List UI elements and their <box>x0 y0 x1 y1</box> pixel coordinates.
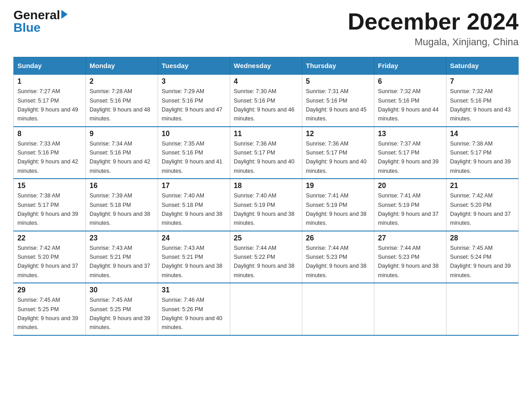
table-row: 13 Sunrise: 7:37 AMSunset: 5:17 PMDaylig… <box>374 127 446 179</box>
day-info: Sunrise: 7:32 AMSunset: 5:16 PMDaylight:… <box>450 88 511 122</box>
page-title: December 2024 <box>348 9 519 34</box>
day-info: Sunrise: 7:37 AMSunset: 5:17 PMDaylight:… <box>378 141 439 174</box>
page-subtitle: Mugala, Xinjiang, China <box>348 36 519 48</box>
day-number: 29 <box>17 286 82 294</box>
day-number: 19 <box>306 182 370 190</box>
table-row <box>302 283 374 335</box>
day-number: 23 <box>90 234 154 242</box>
day-number: 8 <box>17 130 82 138</box>
table-row <box>446 283 519 335</box>
day-info: Sunrise: 7:33 AMSunset: 5:16 PMDaylight:… <box>17 141 78 174</box>
day-number: 30 <box>90 286 154 294</box>
day-info: Sunrise: 7:45 AMSunset: 5:24 PMDaylight:… <box>450 245 511 278</box>
calendar-table: SundayMondayTuesdayWednesdayThursdayFrid… <box>13 57 519 336</box>
logo-arrow-icon <box>61 10 68 19</box>
day-info: Sunrise: 7:43 AMSunset: 5:21 PMDaylight:… <box>90 245 150 278</box>
table-row <box>230 283 302 335</box>
day-info: Sunrise: 7:36 AMSunset: 5:17 PMDaylight:… <box>306 141 367 174</box>
day-info: Sunrise: 7:40 AMSunset: 5:19 PMDaylight:… <box>234 193 295 226</box>
day-number: 11 <box>234 130 298 138</box>
header-friday: Friday <box>374 57 446 75</box>
day-number: 24 <box>162 234 226 242</box>
week-row-2: 8 Sunrise: 7:33 AMSunset: 5:16 PMDayligh… <box>14 127 519 179</box>
week-row-3: 15 Sunrise: 7:38 AMSunset: 5:17 PMDaylig… <box>14 179 519 231</box>
day-info: Sunrise: 7:38 AMSunset: 5:17 PMDaylight:… <box>450 141 511 174</box>
day-number: 15 <box>17 182 82 190</box>
table-row: 17 Sunrise: 7:40 AMSunset: 5:18 PMDaylig… <box>158 179 230 231</box>
table-row: 12 Sunrise: 7:36 AMSunset: 5:17 PMDaylig… <box>302 127 374 179</box>
day-number: 26 <box>306 234 370 242</box>
table-row: 28 Sunrise: 7:45 AMSunset: 5:24 PMDaylig… <box>446 231 519 283</box>
table-row: 5 Sunrise: 7:31 AMSunset: 5:16 PMDayligh… <box>302 74 374 127</box>
day-info: Sunrise: 7:45 AMSunset: 5:25 PMDaylight:… <box>17 297 78 330</box>
header-saturday: Saturday <box>446 57 519 75</box>
table-row: 3 Sunrise: 7:29 AMSunset: 5:16 PMDayligh… <box>158 74 230 127</box>
table-row: 16 Sunrise: 7:39 AMSunset: 5:18 PMDaylig… <box>86 179 158 231</box>
table-row: 29 Sunrise: 7:45 AMSunset: 5:25 PMDaylig… <box>14 283 86 335</box>
table-row: 22 Sunrise: 7:42 AMSunset: 5:20 PMDaylig… <box>14 231 86 283</box>
table-row: 18 Sunrise: 7:40 AMSunset: 5:19 PMDaylig… <box>230 179 302 231</box>
logo-general-text: General <box>13 9 60 21</box>
day-number: 27 <box>378 234 442 242</box>
day-number: 6 <box>378 77 442 86</box>
day-info: Sunrise: 7:31 AMSunset: 5:16 PMDaylight:… <box>306 88 367 122</box>
page-header: General Blue December 2024 Mugala, Xinji… <box>13 9 519 48</box>
day-number: 21 <box>450 182 515 190</box>
week-row-1: 1 Sunrise: 7:27 AMSunset: 5:17 PMDayligh… <box>14 74 519 127</box>
logo: General Blue <box>13 9 68 34</box>
day-info: Sunrise: 7:36 AMSunset: 5:17 PMDaylight:… <box>234 141 295 174</box>
day-info: Sunrise: 7:42 AMSunset: 5:20 PMDaylight:… <box>17 245 78 278</box>
table-row: 4 Sunrise: 7:30 AMSunset: 5:16 PMDayligh… <box>230 74 302 127</box>
day-number: 18 <box>234 182 298 190</box>
table-row: 6 Sunrise: 7:32 AMSunset: 5:16 PMDayligh… <box>374 74 446 127</box>
day-info: Sunrise: 7:39 AMSunset: 5:18 PMDaylight:… <box>90 193 150 226</box>
table-row: 21 Sunrise: 7:42 AMSunset: 5:20 PMDaylig… <box>446 179 519 231</box>
day-number: 5 <box>306 77 370 86</box>
day-number: 9 <box>90 130 154 138</box>
day-number: 13 <box>378 130 442 138</box>
day-info: Sunrise: 7:29 AMSunset: 5:16 PMDaylight:… <box>162 88 223 122</box>
table-row: 1 Sunrise: 7:27 AMSunset: 5:17 PMDayligh… <box>14 74 86 127</box>
day-info: Sunrise: 7:41 AMSunset: 5:19 PMDaylight:… <box>306 193 367 226</box>
day-number: 20 <box>378 182 442 190</box>
day-info: Sunrise: 7:32 AMSunset: 5:16 PMDaylight:… <box>378 88 439 122</box>
table-row: 27 Sunrise: 7:44 AMSunset: 5:23 PMDaylig… <box>374 231 446 283</box>
header-sunday: Sunday <box>14 57 86 75</box>
day-number: 7 <box>450 77 515 86</box>
day-info: Sunrise: 7:27 AMSunset: 5:17 PMDaylight:… <box>17 88 78 122</box>
header-thursday: Thursday <box>302 57 374 75</box>
day-info: Sunrise: 7:40 AMSunset: 5:18 PMDaylight:… <box>162 193 223 226</box>
table-row: 14 Sunrise: 7:38 AMSunset: 5:17 PMDaylig… <box>446 127 519 179</box>
day-number: 3 <box>162 77 226 86</box>
day-info: Sunrise: 7:28 AMSunset: 5:16 PMDaylight:… <box>90 88 150 122</box>
day-info: Sunrise: 7:30 AMSunset: 5:16 PMDaylight:… <box>234 88 295 122</box>
table-row: 31 Sunrise: 7:46 AMSunset: 5:26 PMDaylig… <box>158 283 230 335</box>
table-row: 7 Sunrise: 7:32 AMSunset: 5:16 PMDayligh… <box>446 74 519 127</box>
table-row: 25 Sunrise: 7:44 AMSunset: 5:22 PMDaylig… <box>230 231 302 283</box>
day-number: 16 <box>90 182 154 190</box>
day-info: Sunrise: 7:44 AMSunset: 5:23 PMDaylight:… <box>306 245 367 278</box>
day-number: 28 <box>450 234 515 242</box>
table-row: 9 Sunrise: 7:34 AMSunset: 5:16 PMDayligh… <box>86 127 158 179</box>
day-number: 31 <box>162 286 226 294</box>
day-number: 12 <box>306 130 370 138</box>
table-row: 26 Sunrise: 7:44 AMSunset: 5:23 PMDaylig… <box>302 231 374 283</box>
day-info: Sunrise: 7:41 AMSunset: 5:19 PMDaylight:… <box>378 193 439 226</box>
header-tuesday: Tuesday <box>158 57 230 75</box>
table-row: 10 Sunrise: 7:35 AMSunset: 5:16 PMDaylig… <box>158 127 230 179</box>
logo-blue-text: Blue <box>13 21 41 34</box>
day-number: 22 <box>17 234 82 242</box>
day-info: Sunrise: 7:44 AMSunset: 5:23 PMDaylight:… <box>378 245 439 278</box>
day-info: Sunrise: 7:38 AMSunset: 5:17 PMDaylight:… <box>17 193 78 226</box>
day-info: Sunrise: 7:44 AMSunset: 5:22 PMDaylight:… <box>234 245 295 278</box>
day-number: 25 <box>234 234 298 242</box>
day-info: Sunrise: 7:43 AMSunset: 5:21 PMDaylight:… <box>162 245 223 278</box>
day-number: 1 <box>17 77 82 86</box>
day-info: Sunrise: 7:45 AMSunset: 5:25 PMDaylight:… <box>90 297 150 330</box>
day-number: 10 <box>162 130 226 138</box>
table-row: 11 Sunrise: 7:36 AMSunset: 5:17 PMDaylig… <box>230 127 302 179</box>
header-wednesday: Wednesday <box>230 57 302 75</box>
table-row: 20 Sunrise: 7:41 AMSunset: 5:19 PMDaylig… <box>374 179 446 231</box>
day-number: 2 <box>90 77 154 86</box>
day-info: Sunrise: 7:46 AMSunset: 5:26 PMDaylight:… <box>162 297 223 330</box>
